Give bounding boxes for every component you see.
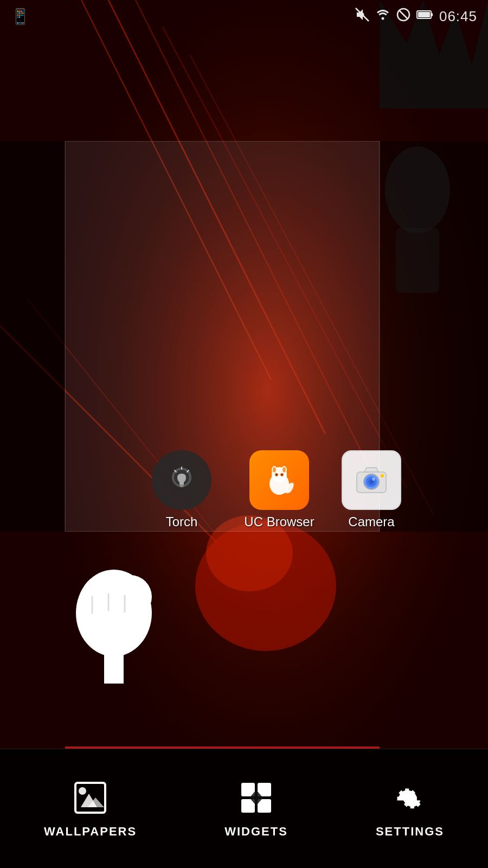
status-bar: 📱 — [0, 0, 488, 33]
status-right-icons: 06:45 — [355, 7, 477, 25]
settings-button[interactable]: SETTINGS — [359, 768, 460, 850]
settings-icon — [391, 779, 429, 817]
uc-browser-icon — [249, 450, 309, 510]
camera-icon — [352, 461, 390, 499]
wallpapers-icon — [72, 779, 110, 817]
cursor-svg — [54, 477, 174, 684]
block-icon — [396, 7, 411, 25]
uc-logo-icon — [260, 461, 298, 499]
wifi-icon — [375, 7, 390, 25]
svg-rect-25 — [179, 484, 184, 486]
hand-cursor — [54, 477, 174, 684]
widgets-icon — [237, 779, 275, 817]
widgets-button[interactable]: WIDGETS — [208, 768, 304, 850]
svg-rect-21 — [431, 13, 433, 16]
camera-label: Camera — [348, 514, 394, 529]
clock: 06:45 — [439, 8, 477, 25]
bottom-bar: WALLPAPERS WIDGETS SETTINGS — [0, 749, 488, 868]
camera-icon-bg — [342, 450, 401, 510]
svg-point-45 — [370, 480, 373, 483]
widgets-label: WIDGETS — [224, 825, 288, 839]
wallpapers-button[interactable]: WALLPAPERS — [28, 768, 153, 850]
svg-rect-22 — [418, 12, 430, 17]
svg-line-19 — [399, 10, 408, 19]
svg-point-39 — [276, 474, 278, 476]
svg-rect-26 — [180, 486, 183, 487]
svg-rect-46 — [381, 474, 384, 477]
camera-app[interactable]: Camera — [331, 450, 412, 529]
uc-browser-label: UC Browser — [244, 514, 314, 529]
svg-point-17 — [381, 17, 384, 20]
status-left-icons: 📱 — [11, 8, 30, 25]
svg-point-35 — [273, 467, 276, 473]
svg-point-40 — [281, 474, 283, 476]
svg-point-36 — [282, 467, 286, 473]
uc-browser-app[interactable]: UC Browser — [239, 450, 320, 529]
wallpapers-label: WALLPAPERS — [44, 825, 137, 839]
svg-point-57 — [79, 787, 86, 795]
mute-icon — [355, 7, 370, 25]
settings-label: SETTINGS — [376, 825, 444, 839]
screencast-icon: 📱 — [11, 8, 30, 25]
battery-icon — [416, 9, 434, 23]
svg-point-47 — [372, 477, 375, 481]
